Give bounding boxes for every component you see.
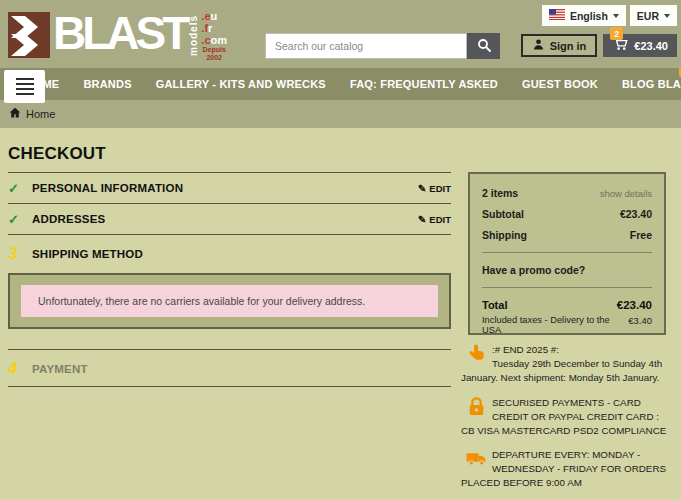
taxes-label: Included taxes - Delivery to the USA	[482, 315, 628, 335]
total-label: Total	[482, 299, 507, 311]
divider	[482, 287, 652, 288]
currency-dropdown[interactable]: EUR	[630, 5, 677, 26]
logo-domain-com: .com	[201, 34, 227, 46]
logo-since-text: Depuis 2002	[201, 46, 227, 62]
divider	[482, 252, 652, 253]
chevron-down-icon	[613, 14, 619, 18]
notice-text: DEPARTURE EVERY: MONDAY - WEDNESDAY - FR…	[461, 449, 666, 488]
notice-text: SECURISED PAYMENTS - CARD CREDIT OR PAYP…	[461, 397, 666, 436]
language-dropdown[interactable]: English	[542, 5, 626, 26]
language-label: English	[570, 10, 608, 22]
divider	[8, 234, 451, 235]
logo-models-text: models	[188, 12, 199, 58]
step-shipping-method: 3 SHIPPING METHOD	[8, 237, 451, 271]
shipping-value: Free	[630, 229, 652, 241]
notice-text: Tuesday 29th December to Sunday 4th Janu…	[461, 358, 662, 383]
lock-icon	[466, 396, 487, 417]
reassurance-block: :# END 2025 #: Tuesday 29th December to …	[461, 343, 669, 500]
total-value: €23.40	[617, 299, 652, 311]
chevron-down-icon	[664, 14, 670, 18]
us-flag-icon	[549, 9, 565, 22]
search-icon	[477, 38, 491, 55]
no-carriers-alert: Unfortunately, there are no carriers ava…	[21, 285, 438, 317]
page-title: CHECKOUT	[8, 144, 106, 164]
site-header: BLAST models .eu .fr .com Depuis 2002	[0, 0, 681, 68]
check-icon: ✓	[8, 181, 32, 196]
search-button[interactable]	[467, 33, 500, 59]
pencil-icon: ✎	[418, 183, 426, 194]
nav-item-guestbook[interactable]: GUEST BOOK	[522, 78, 598, 90]
account-row: Sign in 2 €23.40	[521, 34, 677, 57]
person-icon	[532, 38, 545, 53]
logo-domains: .eu .fr .com Depuis 2002	[201, 10, 227, 62]
show-details-link[interactable]: show details	[600, 188, 652, 199]
nav-item-faq[interactable]: FAQ: FREQUENTLY ASKED	[350, 78, 498, 90]
divider	[8, 349, 451, 350]
tap-hand-icon	[466, 343, 487, 364]
site-logo[interactable]: BLAST models .eu .fr .com Depuis 2002	[8, 8, 227, 62]
departure-notice: DEPARTURE EVERY: MONDAY - WEDNESDAY - FR…	[461, 448, 669, 490]
nav-menu: HOME BRANDS GALLERY - KITS AND WRECKS FA…	[0, 68, 681, 100]
nav-item-gallery[interactable]: GALLERY - KITS AND WRECKS	[156, 78, 326, 90]
step-label: ADDRESSES	[32, 213, 105, 225]
logo-domain-fr: .fr	[201, 22, 227, 34]
cart-count-badge: 2	[610, 27, 623, 40]
step-number: 4	[8, 359, 32, 379]
taxes-value: €3.40	[628, 315, 652, 335]
cart-button[interactable]: 2 €23.40	[603, 34, 677, 57]
search-bar	[265, 33, 500, 59]
subtotal-label: Subtotal	[482, 208, 524, 220]
sign-in-button[interactable]: Sign in	[521, 34, 598, 57]
pencil-icon: ✎	[418, 214, 426, 225]
top-dropdowns: English EUR	[542, 5, 677, 26]
nav-item-blog[interactable]: BLOG BLAST NEWS	[622, 78, 681, 90]
subtotal-value: €23.40	[620, 208, 652, 220]
main-nav: HOME BRANDS GALLERY - KITS AND WRECKS FA…	[0, 68, 681, 100]
sign-in-label: Sign in	[550, 40, 587, 52]
step-number: 3	[8, 244, 32, 264]
step-addresses: ✓ ADDRESSES ✎ EDIT	[8, 204, 451, 234]
secure-payment-notice: SECURISED PAYMENTS - CARD CREDIT OR PAYP…	[461, 396, 669, 438]
items-count: 2 items	[482, 187, 518, 199]
shipping-method-panel: Unfortunately, there are no carriers ava…	[8, 273, 451, 329]
promo-code-link[interactable]: Have a promo code?	[482, 264, 652, 276]
edit-personal-information-link[interactable]: ✎ EDIT	[418, 183, 451, 194]
edit-addresses-link[interactable]: ✎ EDIT	[418, 214, 451, 225]
shipping-label: Shipping	[482, 229, 527, 241]
logo-domain-eu: .eu	[201, 10, 227, 22]
checkout-steps: ✓ PERSONAL INFORMATION ✎ EDIT ✓ ADDRESSE…	[8, 172, 451, 387]
truck-icon	[466, 448, 487, 469]
step-label: SHIPPING METHOD	[32, 248, 143, 260]
logo-brand-text: BLAST	[53, 8, 186, 58]
step-label: PERSONAL INFORMATION	[32, 182, 183, 194]
step-payment: 4 PAYMENT	[8, 352, 451, 386]
cart-amount: €23.40	[634, 40, 668, 52]
holiday-notice: :# END 2025 #: Tuesday 29th December to …	[461, 343, 669, 385]
hamburger-menu-button[interactable]	[4, 70, 45, 103]
check-icon: ✓	[8, 212, 32, 227]
home-icon	[9, 105, 21, 123]
divider	[8, 386, 451, 387]
step-label: PAYMENT	[32, 363, 88, 375]
breadcrumb-home-link[interactable]: Home	[26, 108, 55, 120]
main-content: CHECKOUT ✓ PERSONAL INFORMATION ✎ EDIT ✓…	[0, 128, 681, 500]
currency-label: EUR	[637, 10, 659, 22]
blast-chevron-logo-icon	[8, 12, 50, 58]
search-input[interactable]	[265, 33, 467, 59]
notice-title: :# END 2025 #:	[492, 344, 559, 355]
step-personal-information: ✓ PERSONAL INFORMATION ✎ EDIT	[8, 173, 451, 203]
cart-summary: 2 items show details Subtotal €23.40 Shi…	[468, 172, 666, 335]
breadcrumb: Home	[0, 100, 681, 128]
nav-item-brands[interactable]: BRANDS	[83, 78, 131, 90]
